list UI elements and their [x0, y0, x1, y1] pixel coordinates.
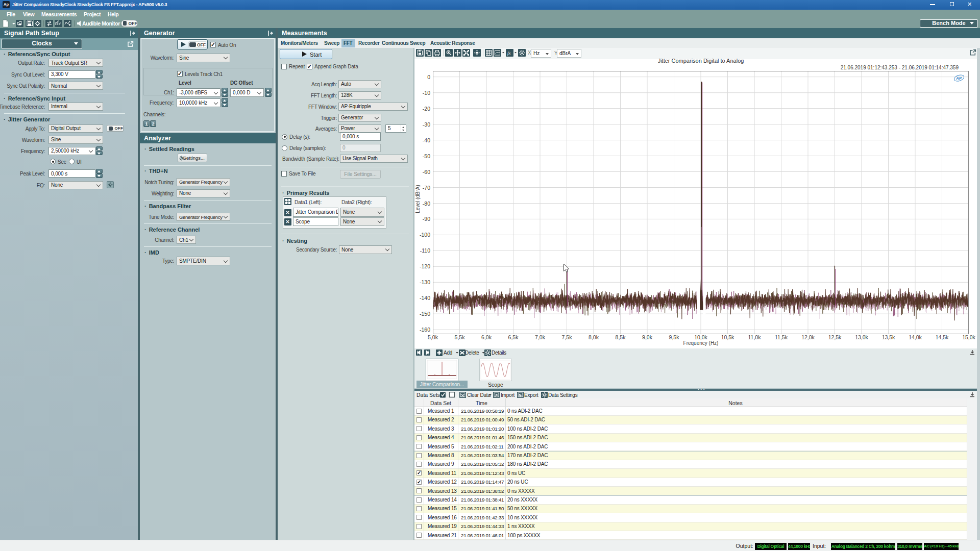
svg-text:AP: AP [955, 76, 962, 81]
svg-text:fx: fx [507, 51, 511, 56]
